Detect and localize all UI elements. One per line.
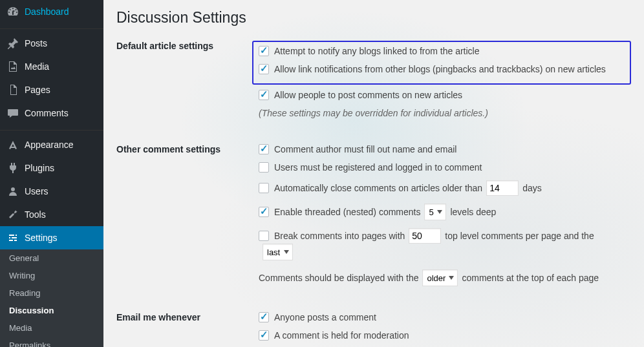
subnav-permalinks[interactable]: Permalinks [0,337,103,347]
dashboard-icon [6,5,19,18]
checkbox-label: Users must be registered and logged in t… [274,162,482,173]
section-default-article: Default article settings Attempt to noti… [116,41,631,126]
input-comments-per-page[interactable] [409,228,441,244]
checkbox-label: Break comments into pages with [274,231,405,241]
opt-registered-login[interactable]: Users must be registered and logged in t… [259,162,482,173]
tools-icon [6,208,19,221]
opt-allow-pingbacks[interactable]: Allow link notifications from other blog… [259,64,606,74]
text-label: comments at the top of each page [462,273,599,283]
sidebar-item-users[interactable]: Users [0,180,103,203]
sidebar-label: Media [25,61,49,72]
checkbox-allow-comments[interactable] [259,90,269,100]
admin-sidebar: Dashboard Posts Media Pages Comments App… [0,0,103,347]
opt-notify-blogs[interactable]: Attempt to notify any blogs linked to fr… [259,46,480,56]
section-note: (These settings may be overridden for in… [259,108,488,118]
checkbox-label: Automatically close comments on articles… [274,183,482,193]
plugin-icon [6,162,19,174]
checkbox-label: Allow link notifications from other blog… [274,64,606,74]
comments-icon [6,107,19,120]
appearance-icon [6,138,19,151]
pages-icon [6,83,19,96]
opt-email-held-moderation[interactable]: A comment is held for moderation [259,330,409,341]
sidebar-label: Posts [25,38,47,48]
checkbox-notify-blogs[interactable] [259,46,269,56]
sidebar-label: Comments [25,108,69,118]
opt-author-name-email[interactable]: Comment author must fill out name and em… [259,144,456,154]
pin-icon [6,37,19,50]
sidebar-item-settings[interactable]: Settings [0,226,103,249]
unit-label: levels deep [450,207,496,217]
text-label: top level comments per page and the [445,231,594,241]
text-label: Comments should be displayed with the [259,273,418,283]
subnav-reading[interactable]: Reading [0,284,103,302]
checkbox-label: Anyone posts a comment [274,312,376,322]
checkbox-registered-login[interactable] [259,162,269,173]
users-icon [6,185,19,198]
sidebar-label: Plugins [25,163,54,173]
settings-submenu: General Writing Reading Discussion Media… [0,249,103,347]
sidebar-separator [0,26,103,29]
section-other-comment: Other comment settings Comment author mu… [116,144,631,294]
settings-icon [6,231,19,244]
checkbox-label: A comment is held for moderation [274,330,409,341]
checkbox-label: Allow people to post comments on new art… [274,90,462,100]
select-default-page[interactable]: last [263,244,293,260]
checkbox-auto-close[interactable] [259,183,269,193]
checkbox-label: Enable threaded (nested) comments [274,207,420,217]
section-heading: Email me whenever [116,312,259,347]
checkbox-email-held-moderation[interactable] [259,330,269,341]
highlight-box: Attempt to notify any blogs linked to fr… [252,41,631,85]
sidebar-label: Dashboard [25,6,69,17]
checkbox-label: Attempt to notify any blogs linked to fr… [274,46,480,56]
select-thread-levels[interactable]: 5 [424,204,446,220]
checkbox-label: Comment author must fill out name and em… [274,144,456,154]
section-heading: Other comment settings [116,144,259,294]
select-comment-order[interactable]: older [422,269,458,286]
input-close-days[interactable] [486,180,519,196]
page-title: Discussion Settings [116,9,631,26]
main-content: Discussion Settings Default article sett… [103,0,644,347]
opt-email-anyone-posts[interactable]: Anyone posts a comment [259,312,376,322]
sidebar-item-comments[interactable]: Comments [0,101,103,125]
section-email-me: Email me whenever Anyone posts a comment… [116,312,631,347]
sidebar-item-appearance[interactable]: Appearance [0,133,103,156]
sidebar-item-media[interactable]: Media [0,55,103,78]
unit-label: days [522,183,542,193]
opt-allow-comments[interactable]: Allow people to post comments on new art… [259,90,462,100]
checkbox-allow-pingbacks[interactable] [259,64,269,74]
sidebar-label: Pages [25,85,50,95]
sidebar-item-tools[interactable]: Tools [0,203,103,226]
sidebar-label: Settings [25,233,58,243]
subnav-discussion[interactable]: Discussion [0,302,103,319]
checkbox-author-name-email[interactable] [259,144,269,154]
checkbox-email-anyone-posts[interactable] [259,312,269,322]
sidebar-separator [0,127,103,131]
sidebar-item-dashboard[interactable]: Dashboard [0,0,103,23]
subnav-general[interactable]: General [0,249,103,267]
media-icon [6,60,19,73]
subnav-media[interactable]: Media [0,319,103,337]
checkbox-paginate[interactable] [259,231,269,241]
section-heading: Default article settings [116,41,259,126]
sidebar-label: Users [25,186,48,196]
sidebar-item-posts[interactable]: Posts [0,32,103,55]
sidebar-label: Appearance [25,140,74,150]
sidebar-item-pages[interactable]: Pages [0,78,103,101]
sidebar-item-plugins[interactable]: Plugins [0,156,103,180]
sidebar-label: Tools [25,209,46,220]
checkbox-threaded[interactable] [259,207,269,217]
subnav-writing[interactable]: Writing [0,267,103,284]
